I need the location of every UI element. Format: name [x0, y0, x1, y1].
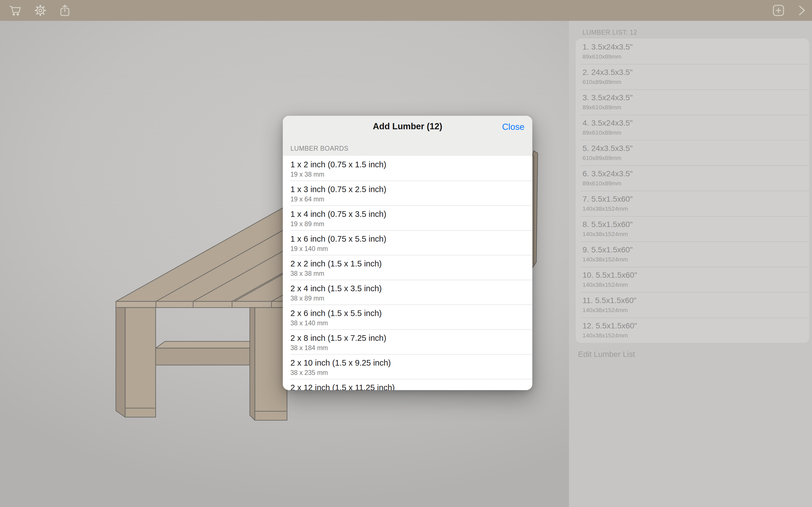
board-mm: 19 x 38 mm	[290, 170, 532, 178]
lumber-board-row[interactable]: 2 x 6 inch (1.5 x 5.5 inch)38 x 140 mm	[283, 304, 532, 329]
share-icon[interactable]	[59, 4, 71, 17]
close-button[interactable]: Close	[502, 122, 524, 132]
lumber-board-list: 1 x 2 inch (0.75 x 1.5 inch)19 x 38 mm1 …	[283, 156, 532, 390]
lumber-list-card: 1. 3.5x24x3.5"89x610x89mm2. 24x3.5x3.5"6…	[576, 39, 809, 343]
item-dimensions: 12. 5.5x1.5x60"	[582, 321, 809, 331]
board-mm: 19 x 89 mm	[290, 220, 532, 228]
lumber-boards-section-label: LUMBER BOARDS	[290, 145, 349, 152]
board-name: 2 x 4 inch (1.5 x 3.5 inch)	[290, 284, 532, 293]
lumber-board-row[interactable]: 2 x 12 inch (1.5 x 11.25 inch)	[283, 379, 532, 390]
board-mm: 38 x 38 mm	[290, 270, 532, 277]
lumber-board-row[interactable]: 1 x 4 inch (0.75 x 3.5 inch)19 x 89 mm	[283, 205, 532, 230]
item-dimensions: 9. 5.5x1.5x60"	[582, 245, 809, 255]
board-mm: 38 x 184 mm	[290, 344, 532, 352]
board-name: 2 x 6 inch (1.5 x 5.5 inch)	[290, 308, 532, 318]
item-dimensions: 2. 24x3.5x3.5"	[582, 68, 809, 77]
lumber-list-item[interactable]: 7. 5.5x1.5x60"140x38x1524mm	[576, 191, 809, 216]
lumber-list-item[interactable]: 12. 5.5x1.5x60"140x38x1524mm	[576, 318, 809, 343]
lumber-list-item[interactable]: 11. 5.5x1.5x60"140x38x1524mm	[576, 292, 809, 318]
gear-icon[interactable]	[34, 4, 47, 17]
lumber-list-header: LUMBER LIST: 12	[582, 29, 637, 36]
board-mm: 38 x 89 mm	[290, 294, 532, 302]
item-mm: 140x38x1524mm	[582, 230, 809, 238]
lumber-list-item[interactable]: 8. 5.5x1.5x60"140x38x1524mm	[576, 216, 809, 241]
lumber-board-row[interactable]: 1 x 2 inch (0.75 x 1.5 inch)19 x 38 mm	[283, 156, 532, 180]
board-name: 1 x 4 inch (0.75 x 3.5 inch)	[290, 209, 532, 219]
chevron-right-icon[interactable]	[796, 4, 808, 17]
item-mm: 140x38x1524mm	[582, 281, 809, 289]
item-dimensions: 11. 5.5x1.5x60"	[582, 296, 809, 305]
lumber-board-row[interactable]: 2 x 2 inch (1.5 x 1.5 inch)38 x 38 mm	[283, 255, 532, 280]
lumber-list-panel: LUMBER LIST: 12 1. 3.5x24x3.5"89x610x89m…	[569, 21, 812, 507]
board-name: 2 x 2 inch (1.5 x 1.5 inch)	[290, 259, 532, 269]
board-name: 2 x 8 inch (1.5 x 7.25 inch)	[290, 333, 532, 343]
board-name: 1 x 2 inch (0.75 x 1.5 inch)	[290, 160, 532, 169]
item-dimensions: 4. 3.5x24x3.5"	[582, 118, 809, 128]
board-name: 1 x 6 inch (0.75 x 5.5 inch)	[290, 234, 532, 244]
lumber-board-row[interactable]: 1 x 3 inch (0.75 x 2.5 inch)19 x 64 mm	[283, 180, 532, 205]
cart-icon[interactable]	[9, 4, 21, 17]
item-mm: 610x89x89mm	[582, 78, 809, 86]
item-mm: 89x610x89mm	[582, 103, 809, 111]
lumber-list-item[interactable]: 9. 5.5x1.5x60"140x38x1524mm	[576, 241, 809, 267]
lumber-list-item[interactable]: 6. 3.5x24x3.5"89x610x89mm	[576, 165, 809, 191]
lumber-board-row[interactable]: 1 x 6 inch (0.75 x 5.5 inch)19 x 140 mm	[283, 230, 532, 255]
board-mm: 38 x 140 mm	[290, 319, 532, 327]
item-dimensions: 5. 24x3.5x3.5"	[582, 144, 809, 153]
add-square-icon[interactable]	[772, 4, 784, 17]
lumber-board-row[interactable]: 2 x 10 inch (1.5 x 9.25 inch)38 x 235 mm	[283, 354, 532, 379]
item-mm: 140x38x1524mm	[582, 205, 809, 213]
lumber-list-item[interactable]: 3. 3.5x24x3.5"89x610x89mm	[576, 89, 809, 115]
app-window: Add Lumber (12) Close LUMBER BOARDS 1 x …	[0, 0, 812, 507]
lumber-board-row[interactable]: 2 x 8 inch (1.5 x 7.25 inch)38 x 184 mm	[283, 329, 532, 354]
item-dimensions: 3. 3.5x24x3.5"	[582, 93, 809, 103]
item-mm: 140x38x1524mm	[582, 306, 809, 314]
top-toolbar	[0, 0, 812, 21]
lumber-board-row[interactable]: 2 x 4 inch (1.5 x 3.5 inch)38 x 89 mm	[283, 280, 532, 304]
board-mm: 19 x 64 mm	[290, 195, 532, 203]
lumber-list-item[interactable]: 2. 24x3.5x3.5"610x89x89mm	[576, 64, 809, 89]
item-mm: 140x38x1524mm	[582, 332, 809, 339]
add-lumber-dialog: Add Lumber (12) Close LUMBER BOARDS 1 x …	[283, 116, 532, 390]
item-dimensions: 10. 5.5x1.5x60"	[582, 270, 809, 280]
item-dimensions: 1. 3.5x24x3.5"	[582, 42, 809, 52]
item-dimensions: 7. 5.5x1.5x60"	[582, 194, 809, 204]
item-mm: 610x89x89mm	[582, 154, 809, 162]
edit-lumber-list-button[interactable]: Edit Lumber List	[578, 350, 635, 359]
board-mm: 19 x 140 mm	[290, 245, 532, 252]
lumber-list-item[interactable]: 4. 3.5x24x3.5"89x610x89mm	[576, 115, 809, 140]
dialog-title: Add Lumber (12)	[283, 121, 532, 131]
item-dimensions: 6. 3.5x24x3.5"	[582, 169, 809, 179]
board-name: 2 x 12 inch (1.5 x 11.25 inch)	[290, 383, 532, 390]
dialog-header: Add Lumber (12) Close LUMBER BOARDS	[283, 116, 532, 156]
lumber-list-item[interactable]: 10. 5.5x1.5x60"140x38x1524mm	[576, 267, 809, 292]
item-dimensions: 8. 5.5x1.5x60"	[582, 220, 809, 229]
item-mm: 89x610x89mm	[582, 179, 809, 187]
lumber-list-item[interactable]: 1. 3.5x24x3.5"89x610x89mm	[576, 39, 809, 64]
lumber-list-item[interactable]: 5. 24x3.5x3.5"610x89x89mm	[576, 140, 809, 165]
item-mm: 140x38x1524mm	[582, 256, 809, 263]
board-name: 2 x 10 inch (1.5 x 9.25 inch)	[290, 358, 532, 368]
item-mm: 89x610x89mm	[582, 53, 809, 61]
board-name: 1 x 3 inch (0.75 x 2.5 inch)	[290, 184, 532, 194]
item-mm: 89x610x89mm	[582, 129, 809, 136]
board-mm: 38 x 235 mm	[290, 369, 532, 377]
